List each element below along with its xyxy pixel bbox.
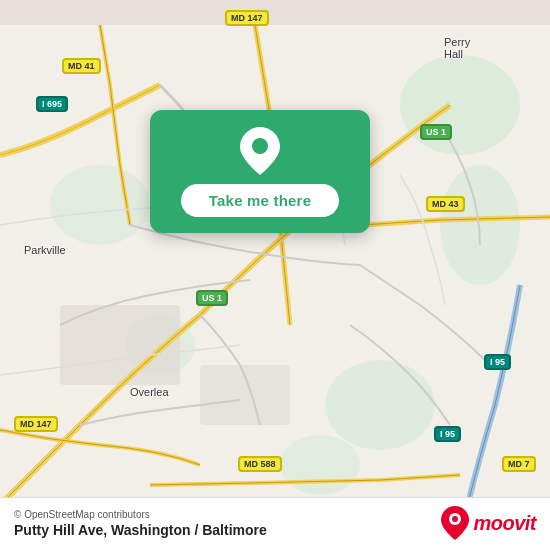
place-label-perry-hall: PerryHall bbox=[444, 36, 470, 60]
location-title: Putty Hill Ave, Washington / Baltimore bbox=[14, 522, 267, 538]
svg-point-4 bbox=[50, 165, 150, 245]
road-badge-us1-mid: US 1 bbox=[196, 290, 228, 306]
road-badge-i695: I 695 bbox=[36, 96, 68, 112]
road-badge-us1-right: US 1 bbox=[420, 124, 452, 140]
popup-pin-icon bbox=[237, 128, 283, 174]
moovit-brand-text: moovit bbox=[473, 512, 536, 535]
svg-point-13 bbox=[452, 516, 458, 522]
svg-point-11 bbox=[252, 138, 268, 154]
svg-point-2 bbox=[440, 165, 520, 285]
bottom-bar: © OpenStreetMap contributors Putty Hill … bbox=[0, 497, 550, 550]
road-badge-i95-right: I 95 bbox=[484, 354, 511, 370]
road-badge-i95-bottom: I 95 bbox=[434, 426, 461, 442]
road-badge-md43: MD 43 bbox=[426, 196, 465, 212]
moovit-logo: moovit bbox=[441, 506, 536, 540]
road-badge-md588: MD 588 bbox=[238, 456, 282, 472]
svg-point-6 bbox=[280, 435, 360, 495]
road-badge-md147-top: MD 147 bbox=[225, 10, 269, 26]
road-badge-md147-bottom: MD 147 bbox=[14, 416, 58, 432]
map-container: MD 147 MD 41 I 695 US 1 MD 43 US 1 MD 14… bbox=[0, 0, 550, 550]
svg-point-1 bbox=[400, 55, 520, 155]
bottom-bar-info: © OpenStreetMap contributors Putty Hill … bbox=[14, 509, 267, 538]
moovit-pin-icon bbox=[441, 506, 469, 540]
popup-card: Take me there bbox=[150, 110, 370, 233]
osm-attribution: © OpenStreetMap contributors bbox=[14, 509, 267, 520]
road-badge-md7: MD 7 bbox=[502, 456, 536, 472]
road-badge-md41: MD 41 bbox=[62, 58, 101, 74]
place-label-overlea: Overlea bbox=[130, 386, 169, 398]
place-label-parkville: Parkville bbox=[24, 244, 66, 256]
svg-point-3 bbox=[325, 360, 435, 450]
take-me-there-button[interactable]: Take me there bbox=[181, 184, 339, 217]
